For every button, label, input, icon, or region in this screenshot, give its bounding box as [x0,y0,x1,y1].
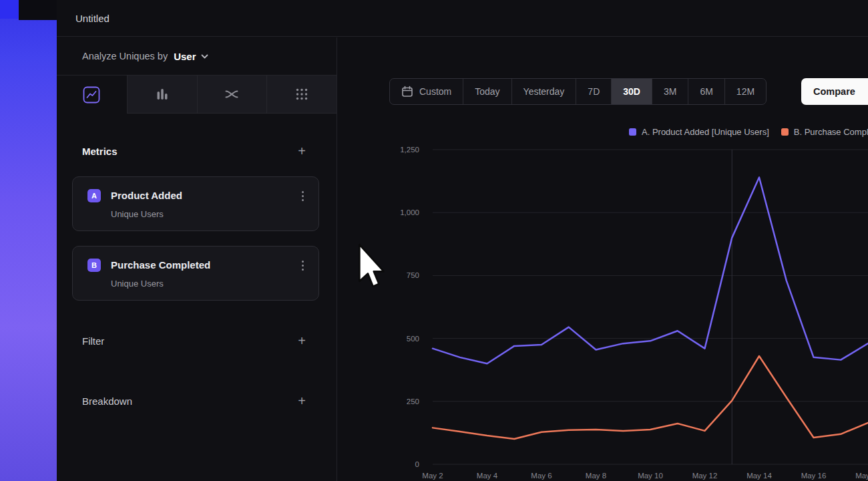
range-label: 30D [623,86,640,97]
range-custom[interactable]: Custom [390,79,463,104]
line-chart-icon [83,86,100,104]
range-7d[interactable]: 7D [576,79,611,104]
range-label: 6M [700,86,712,97]
tab-flows[interactable] [197,75,267,114]
filter-section-header: Filter + [72,333,319,349]
chevron-down-icon [201,54,208,59]
calendar-icon [401,86,413,98]
metric-badge-a: A [87,189,101,202]
metric-card-a[interactable]: A Product Added Unique Users [72,176,319,231]
range-label: 12M [736,86,754,97]
svg-text:750: 750 [407,271,419,279]
svg-text:May 8: May 8 [586,472,606,480]
tab-bar-report[interactable] [127,75,197,114]
legend-label: B. Purchase Completed [Unique Users] [794,127,868,137]
legend-swatch-b [781,128,789,136]
svg-text:1,250: 1,250 [400,146,419,154]
svg-text:May 12: May 12 [692,472,718,480]
report-title[interactable]: Untitled [75,13,110,24]
analyze-entity-value: User [174,51,196,62]
metric-name[interactable]: Product Added [111,188,299,203]
svg-text:May 2: May 2 [422,472,443,480]
range-yesterday[interactable]: Yesterday [511,79,576,104]
range-label: 3M [664,86,676,97]
report-type-tabs [57,75,337,114]
range-label: Custom [419,86,451,97]
legend-label: A. Product Added [Unique Users] [642,127,769,137]
analyze-by-label: Analyze Uniques by [82,51,168,61]
metric-card-b[interactable]: B Purchase Completed Unique Users [72,246,319,301]
legend-item-a[interactable]: A. Product Added [Unique Users] [629,127,769,137]
range-label: Today [475,86,499,97]
svg-text:May 4: May 4 [477,472,498,480]
compare-button[interactable]: Compare [801,78,868,105]
metric-badge-b: B [87,259,101,272]
legend-item-b[interactable]: B. Purchase Completed [Unique Users] [781,127,868,137]
range-label: Yesterday [523,86,565,97]
bar-chart-icon [154,86,170,102]
gradient-shadow [19,0,57,20]
analyze-entity-dropdown[interactable]: User [174,51,208,62]
breakdown-heading: Breakdown [82,395,132,407]
range-6m[interactable]: 6M [688,79,724,104]
metric-name[interactable]: Purchase Completed [111,258,299,273]
gradient-highlight [0,0,19,19]
filter-heading: Filter [82,335,104,347]
metrics-section-header: Metrics + [72,143,319,159]
svg-text:May 18: May 18 [855,472,868,480]
breakdown-section-header: Breakdown + [72,393,319,409]
metrics-heading: Metrics [82,146,118,157]
svg-text:0: 0 [415,460,419,468]
svg-text:500: 500 [407,335,419,343]
svg-text:May 16: May 16 [801,472,827,480]
kebab-menu-icon[interactable] [299,259,306,272]
add-filter-button[interactable]: + [298,334,306,347]
kebab-menu-icon[interactable] [299,190,306,202]
add-metric-button[interactable]: + [298,144,306,158]
range-label: 7D [588,86,600,97]
date-range-toolbar: Custom Today Yesterday 7D 30D 3M 6M 12M [389,78,767,105]
query-builder-panel: Analyze Uniques by User [57,37,337,481]
svg-text:May 14: May 14 [746,472,772,480]
chart-legend: A. Product Added [Unique Users] B. Purch… [629,127,868,137]
metric-measure[interactable]: Unique Users [111,279,306,289]
chart-area: 02505007501,0001,250May 2May 4May 6May 8… [337,37,868,481]
add-breakdown-button[interactable]: + [298,394,306,408]
tab-insights[interactable] [57,75,127,114]
tab-retention[interactable] [266,75,337,114]
metric-measure[interactable]: Unique Users [111,209,306,220]
range-12m[interactable]: 12M [724,79,766,104]
range-30d[interactable]: 30D [611,79,652,104]
range-today[interactable]: Today [463,79,511,104]
top-bar: Untitled [57,0,868,37]
app-window: Untitled Analyze Uniques by User [0,0,868,481]
flows-icon [224,86,240,102]
svg-text:May 6: May 6 [531,472,552,480]
analyze-by-row: Analyze Uniques by User [57,37,337,75]
svg-text:250: 250 [407,397,419,406]
svg-text:May 10: May 10 [638,472,663,480]
builder-sections: Metrics + A Product Added Unique Users B… [57,143,337,409]
legend-swatch-a [629,128,636,136]
svg-text:1,000: 1,000 [400,208,419,216]
range-3m[interactable]: 3M [652,79,688,104]
decorative-gradient-bar [0,0,57,481]
retention-grid-icon [294,86,310,102]
